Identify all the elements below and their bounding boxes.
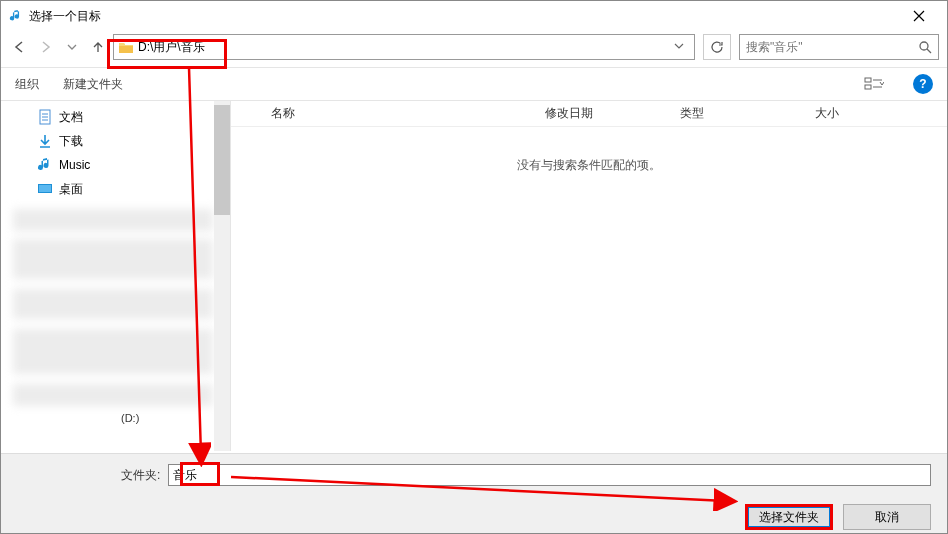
column-name[interactable]: 名称 [271, 105, 545, 122]
svg-point-0 [920, 42, 928, 50]
desktop-icon [37, 181, 53, 197]
titlebar: 选择一个目标 [1, 1, 947, 31]
sidebar-item-music[interactable]: Music [1, 153, 230, 177]
redacted-item [13, 209, 213, 231]
arrow-left-icon [13, 40, 27, 54]
sidebar-item-label: 桌面 [59, 181, 83, 198]
search-icon [918, 40, 932, 54]
chevron-down-icon [674, 41, 684, 51]
sidebar-item-label: Music [59, 158, 90, 172]
sidebar-item-desktop[interactable]: 桌面 [1, 177, 230, 201]
help-icon: ? [919, 77, 926, 91]
content-area: 文档 下载 Music 桌面 (D:) 名称 修改日期 类型 大小 没有与搜索条… [1, 101, 947, 451]
select-folder-button[interactable]: 选择文件夹 [748, 507, 830, 527]
folder-label: 文件夹: [121, 467, 160, 484]
sidebar-item-downloads[interactable]: 下载 [1, 129, 230, 153]
column-type[interactable]: 类型 [680, 105, 815, 122]
redacted-item [13, 239, 213, 279]
toolbar: 组织 新建文件夹 ? [1, 67, 947, 101]
address-dropdown[interactable] [668, 40, 690, 54]
close-icon [913, 10, 925, 22]
redacted-item [13, 329, 213, 374]
search-input[interactable] [746, 40, 918, 54]
refresh-button[interactable] [703, 34, 731, 60]
svg-rect-2 [865, 85, 871, 89]
file-list-area: 名称 修改日期 类型 大小 没有与搜索条件匹配的项。 [231, 101, 947, 451]
chevron-down-icon [67, 42, 77, 52]
sidebar-item-documents[interactable]: 文档 [1, 105, 230, 129]
column-headers: 名称 修改日期 类型 大小 [231, 101, 947, 127]
address-text: D:\用户\音乐 [138, 39, 668, 56]
empty-message: 没有与搜索条件匹配的项。 [231, 127, 947, 174]
search-box[interactable] [739, 34, 939, 60]
cancel-button[interactable]: 取消 [843, 504, 931, 530]
close-button[interactable] [899, 1, 939, 31]
sidebar: 文档 下载 Music 桌面 (D:) [1, 101, 231, 451]
back-button[interactable] [9, 36, 31, 58]
sidebar-scrollbar[interactable] [214, 101, 230, 451]
redacted-item [13, 289, 213, 319]
drive-label: (D:) [121, 412, 139, 424]
footer: 文件夹: 选择文件夹 取消 [1, 453, 947, 533]
music-icon [37, 157, 53, 173]
view-icon [864, 77, 884, 91]
sidebar-item-label: 下载 [59, 133, 83, 150]
column-size[interactable]: 大小 [815, 105, 895, 122]
svg-rect-1 [865, 78, 871, 82]
svg-rect-5 [39, 185, 51, 192]
organize-menu[interactable]: 组织 [15, 76, 39, 93]
column-date[interactable]: 修改日期 [545, 105, 680, 122]
scrollbar-thumb[interactable] [214, 105, 230, 215]
music-note-icon [9, 9, 23, 23]
new-folder-button[interactable]: 新建文件夹 [63, 76, 123, 93]
nav-bar: D:\用户\音乐 [1, 31, 947, 67]
document-icon [37, 109, 53, 125]
up-button[interactable] [87, 36, 109, 58]
help-button[interactable]: ? [913, 74, 933, 94]
address-bar[interactable]: D:\用户\音乐 [113, 34, 695, 60]
arrow-up-icon [91, 40, 105, 54]
view-options-button[interactable] [859, 73, 889, 95]
recent-dropdown[interactable] [61, 36, 83, 58]
folder-name-row: 文件夹: [17, 464, 931, 486]
annotation-box-select: 选择文件夹 [745, 504, 833, 530]
redacted-item [13, 384, 213, 406]
window-title: 选择一个目标 [29, 8, 899, 25]
refresh-icon [710, 40, 724, 54]
arrow-right-icon [39, 40, 53, 54]
download-icon [37, 133, 53, 149]
folder-icon [118, 40, 134, 54]
forward-button[interactable] [35, 36, 57, 58]
folder-name-input[interactable] [168, 464, 931, 486]
button-row: 选择文件夹 取消 [17, 504, 931, 530]
sidebar-item-label: 文档 [59, 109, 83, 126]
